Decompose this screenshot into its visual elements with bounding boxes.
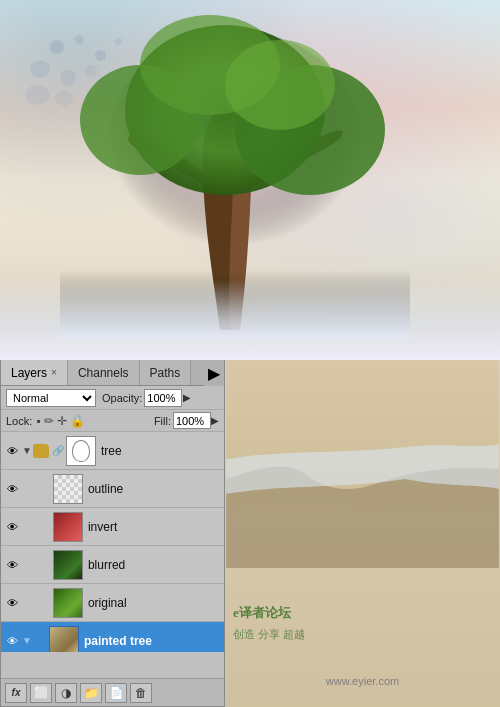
folder-icon-tree: [33, 444, 49, 458]
layer-eye-original[interactable]: [3, 594, 21, 612]
layer-thumb-tree: [66, 436, 96, 466]
cn-watermark-area: e译者论坛: [233, 604, 291, 622]
new-layer-icon: 📄: [109, 686, 124, 700]
tab-channels[interactable]: Channels: [68, 360, 140, 385]
layer-eye-painted[interactable]: [3, 632, 21, 650]
layer-thumb-original: [53, 588, 83, 618]
layer-thumb-blurred: [53, 550, 83, 580]
adjustment-button[interactable]: ◑: [55, 683, 77, 703]
tab-paths[interactable]: Paths: [140, 360, 192, 385]
new-layer-button[interactable]: 📄: [105, 683, 127, 703]
chain-icon-tree: 🔗: [52, 445, 64, 456]
layer-outline[interactable]: ▼ outline: [1, 470, 224, 508]
lock-icons: ▪ ✏ ✛ 🔒: [36, 414, 84, 428]
cn-sub-text: 创造 分享 超越: [233, 627, 305, 642]
opacity-arrow-icon[interactable]: ▶: [183, 392, 191, 403]
layer-thumb-outline: [53, 474, 83, 504]
opacity-input[interactable]: [144, 389, 182, 407]
layer-blurred[interactable]: ▼ blurred: [1, 546, 224, 584]
tab-layers-close[interactable]: ×: [51, 367, 57, 378]
blend-mode-row: Normal Multiply Screen Overlay Opacity: …: [1, 386, 224, 410]
canvas-right: 思缘设计论坛 www.missyuan.com e译者论坛 创造 分享 超越 w…: [225, 360, 500, 707]
layer-eye-blurred[interactable]: [3, 556, 21, 574]
fill-label: Fill:: [154, 415, 171, 427]
spacer-blurred: ▼: [22, 559, 32, 570]
fx-button[interactable]: fx: [5, 683, 27, 703]
layer-painted-tree[interactable]: ▼ painted tree: [1, 622, 224, 652]
fx-icon: fx: [12, 687, 21, 698]
tab-channels-label: Channels: [78, 366, 129, 380]
new-group-button[interactable]: 📁: [80, 683, 102, 703]
lock-row: Lock: ▪ ✏ ✛ 🔒 Fill: ▶: [1, 410, 224, 432]
panel-toolbar: fx ⬜ ◑ 📁 📄 🗑: [1, 678, 224, 706]
spacer-invert: ▼: [22, 521, 32, 532]
layer-eye-invert[interactable]: [3, 518, 21, 536]
panel-options-button[interactable]: ▶: [204, 360, 224, 386]
spacer-outline: ▼: [22, 483, 32, 494]
canvas-area: [0, 0, 500, 360]
layer-thumb-painted: [49, 626, 79, 653]
panel-tabs: Layers × Channels Paths ▶: [1, 360, 224, 386]
layer-eye-tree[interactable]: [3, 442, 21, 460]
layer-thumb-invert: [53, 512, 83, 542]
svg-point-5: [225, 40, 335, 130]
tab-layers-label: Layers: [11, 366, 47, 380]
lock-all-icon[interactable]: 🔒: [70, 414, 85, 428]
lock-transparency-icon[interactable]: ▪: [36, 414, 40, 428]
blend-mode-select[interactable]: Normal Multiply Screen Overlay: [6, 389, 96, 407]
panel-menu-icon: ▶: [208, 364, 220, 383]
opacity-label: Opacity:: [102, 392, 142, 404]
adjustment-icon: ◑: [61, 686, 71, 700]
layer-name-tree: tree: [101, 444, 222, 458]
layer-name-blurred: blurred: [88, 558, 222, 572]
layers-list[interactable]: ▼ 🔗 tree ▼ outline ▼: [1, 432, 224, 652]
trash-icon: 🗑: [135, 686, 147, 700]
layer-name-painted: painted tree: [84, 634, 222, 648]
layer-name-outline: outline: [88, 482, 222, 496]
layer-invert[interactable]: ▼ invert: [1, 508, 224, 546]
lock-paint-icon[interactable]: ✏: [44, 414, 54, 428]
fill-arrow-icon[interactable]: ▶: [211, 415, 219, 426]
spacer-painted: ▼: [22, 635, 32, 646]
layer-name-original: original: [88, 596, 222, 610]
layer-arrow-tree[interactable]: ▼: [22, 445, 32, 456]
lock-label: Lock:: [6, 415, 32, 427]
cn-text-label: e译者论坛: [233, 604, 291, 622]
layer-name-invert: invert: [88, 520, 222, 534]
delete-layer-button[interactable]: 🗑: [130, 683, 152, 703]
lock-move-icon[interactable]: ✛: [57, 414, 67, 428]
layer-original[interactable]: ▼ original: [1, 584, 224, 622]
folder-icon: 📁: [84, 686, 99, 700]
layer-tree-group[interactable]: ▼ 🔗 tree: [1, 432, 224, 470]
bottom-url: www.eyier.com: [326, 675, 399, 687]
layer-eye-outline[interactable]: [3, 480, 21, 498]
mask-icon: ⬜: [34, 686, 49, 700]
fill-input[interactable]: [173, 412, 211, 429]
canvas-right-art: [225, 360, 500, 568]
spacer-original: ▼: [22, 597, 32, 608]
tab-layers[interactable]: Layers ×: [1, 360, 68, 385]
layers-panel: Layers × Channels Paths ▶ Normal Multipl…: [0, 360, 225, 707]
tab-paths-label: Paths: [150, 366, 181, 380]
add-mask-button[interactable]: ⬜: [30, 683, 52, 703]
cloud-mist: [0, 280, 500, 360]
